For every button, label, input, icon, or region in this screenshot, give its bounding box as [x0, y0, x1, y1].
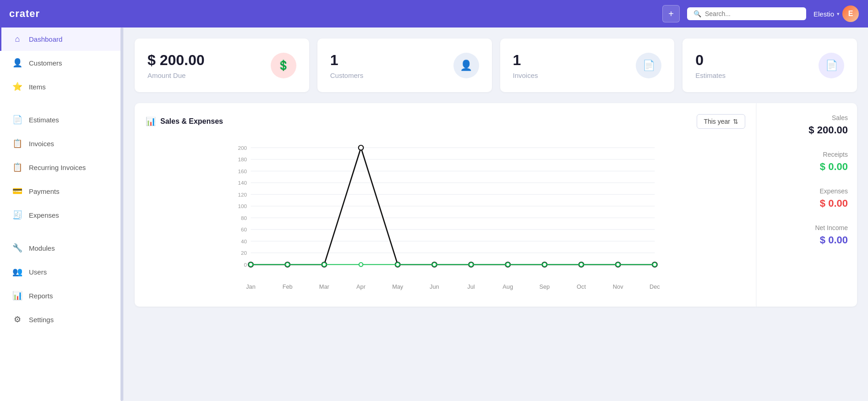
svg-point-54 — [543, 263, 547, 267]
card-info: 1 Invoices — [513, 51, 538, 79]
svg-text:200: 200 — [238, 145, 247, 151]
net-income-stat: Net Income $ 0.00 — [766, 224, 848, 246]
user-menu[interactable]: Elestio ▾ E — [813, 5, 859, 22]
search-icon: 🔍 — [693, 10, 701, 17]
sidebar-item-label: Invoices — [29, 140, 54, 148]
sidebar-item-label: Recurring Invoices — [29, 164, 86, 171]
sidebar-item-payments[interactable]: 💳 Payments — [0, 179, 123, 203]
settings-icon: ⚙ — [12, 314, 22, 324]
card-label: Invoices — [513, 71, 538, 79]
svg-text:180: 180 — [238, 156, 247, 162]
svg-text:Jul: Jul — [467, 284, 475, 291]
card-value: 1 — [513, 51, 538, 69]
sidebar-item-invoices[interactable]: 📋 Invoices — [0, 132, 123, 155]
svg-point-47 — [285, 263, 289, 267]
svg-text:Aug: Aug — [502, 284, 513, 291]
svg-point-50 — [396, 263, 400, 267]
card-info: 1 Customers — [330, 51, 364, 79]
sidebar-item-dashboard[interactable]: ⌂ Dashboard — [0, 27, 123, 51]
header: crater + 🔍 Elestio ▾ E — [0, 0, 868, 27]
svg-point-49 — [359, 263, 363, 267]
sidebar-item-reports[interactable]: 📊 Reports — [0, 284, 123, 308]
card-label: Estimates — [695, 71, 726, 79]
summary-card-3: 0 Estimates 📄 — [682, 38, 857, 92]
expenses-value: $ 0.00 — [766, 198, 848, 209]
card-info: $ 200.00 Amount Due — [147, 51, 205, 79]
chart-section: 📊 Sales & Expenses This year ⇅ 020406080… — [135, 103, 857, 307]
search-input[interactable] — [705, 10, 800, 17]
sidebar-item-settings[interactable]: ⚙ Settings — [0, 308, 123, 331]
card-value: 1 — [330, 51, 364, 69]
svg-text:Apr: Apr — [356, 284, 366, 291]
svg-text:20: 20 — [241, 250, 247, 256]
chevron-up-down-icon: ⇅ — [733, 118, 738, 125]
card-label: Amount Due — [147, 71, 205, 79]
chart-header: 📊 Sales & Expenses This year ⇅ — [146, 114, 745, 129]
sidebar-item-items[interactable]: ⭐ Items — [0, 75, 123, 99]
summary-card-2: 1 Invoices 📄 — [500, 38, 675, 92]
sidebar-item-expenses[interactable]: 🧾 Expenses — [0, 203, 123, 227]
net-income-value: $ 0.00 — [766, 234, 848, 246]
card-icon: 👤 — [453, 53, 479, 78]
svg-text:Nov: Nov — [613, 284, 623, 291]
dashboard-icon: ⌂ — [12, 34, 22, 44]
sales-label: Sales — [766, 114, 848, 121]
chart-card: 📊 Sales & Expenses This year ⇅ 020406080… — [135, 103, 756, 307]
svg-text:140: 140 — [238, 180, 247, 186]
net-income-label: Net Income — [766, 224, 848, 231]
chevron-down-icon: ▾ — [837, 11, 840, 17]
receipts-value: $ 0.00 — [766, 161, 848, 173]
svg-text:120: 120 — [238, 192, 247, 198]
avatar: E — [842, 5, 859, 22]
sidebar-item-recurring-invoices[interactable]: 📋 Recurring Invoices — [0, 155, 123, 179]
payments-icon: 💳 — [12, 186, 22, 196]
sidebar-divider — [0, 99, 123, 108]
card-icon: 💲 — [271, 53, 296, 78]
svg-text:Sep: Sep — [540, 284, 550, 291]
sidebar-item-modules[interactable]: 🔧 Modules — [0, 236, 123, 260]
receipts-stat: Receipts $ 0.00 — [766, 151, 848, 173]
svg-text:80: 80 — [241, 215, 247, 221]
svg-text:160: 160 — [238, 168, 247, 174]
chart-icon: 📊 — [146, 116, 156, 126]
svg-text:60: 60 — [241, 226, 247, 232]
sidebar-item-customers[interactable]: 👤 Customers — [0, 51, 123, 75]
chart-filter-dropdown[interactable]: This year ⇅ — [697, 114, 745, 129]
users-icon: 👥 — [12, 267, 22, 277]
summary-cards: $ 200.00 Amount Due 💲 1 Customers 👤 1 In… — [135, 38, 857, 92]
svg-text:Jan: Jan — [246, 284, 256, 291]
sales-expenses-chart: 020406080100120140160180200JanFebMarAprM… — [146, 138, 745, 294]
sidebar-item-estimates[interactable]: 📄 Estimates — [0, 108, 123, 132]
sidebar-item-label: Customers — [29, 59, 62, 67]
chart-title: 📊 Sales & Expenses — [146, 116, 223, 126]
estimates-icon: 📄 — [12, 115, 22, 125]
expenses-stat: Expenses $ 0.00 — [766, 187, 848, 209]
card-label: Customers — [330, 71, 364, 79]
sales-stat: Sales $ 200.00 — [766, 114, 848, 136]
sales-value: $ 200.00 — [766, 124, 848, 136]
svg-point-37 — [359, 145, 364, 150]
stats-panel: Sales $ 200.00 Receipts $ 0.00 Expenses … — [756, 103, 857, 307]
items-icon: ⭐ — [12, 82, 22, 92]
summary-card-0: $ 200.00 Amount Due 💲 — [135, 38, 309, 92]
summary-card-1: 1 Customers 👤 — [317, 38, 492, 92]
svg-point-51 — [432, 263, 437, 267]
recurring-invoices-icon: 📋 — [12, 162, 22, 172]
reports-icon: 📊 — [12, 291, 22, 301]
sidebar-item-users[interactable]: 👥 Users — [0, 260, 123, 284]
svg-text:May: May — [392, 284, 404, 291]
sidebar: ⌂ Dashboard 👤 Customers ⭐ Items 📄 Estima… — [0, 27, 124, 401]
card-value: 0 — [695, 51, 726, 69]
sidebar-item-label: Settings — [29, 316, 54, 324]
svg-text:Feb: Feb — [283, 284, 293, 291]
card-icon: 📄 — [636, 53, 661, 78]
user-name: Elestio — [813, 10, 834, 18]
add-button[interactable]: + — [662, 5, 680, 22]
sidebar-divider — [0, 227, 123, 236]
customers-icon: 👤 — [12, 58, 22, 68]
search-box[interactable]: 🔍 — [687, 7, 806, 20]
chart-filter-label: This year — [704, 118, 730, 125]
chart-svg-wrapper: 020406080100120140160180200JanFebMarAprM… — [146, 138, 745, 296]
svg-point-53 — [506, 263, 510, 267]
svg-text:Jun: Jun — [430, 284, 439, 291]
